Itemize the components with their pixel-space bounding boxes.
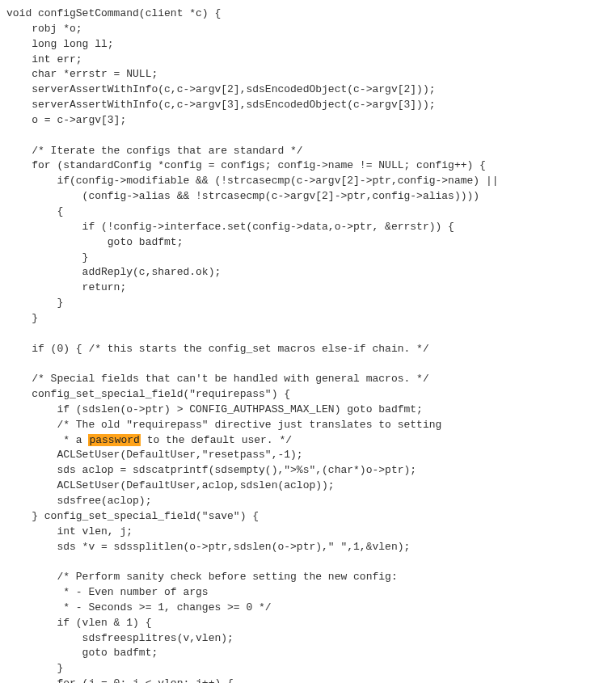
code-block: void configSetCommand(client *c) { robj … xyxy=(6,6,610,683)
highlighted-word: password xyxy=(88,434,140,446)
